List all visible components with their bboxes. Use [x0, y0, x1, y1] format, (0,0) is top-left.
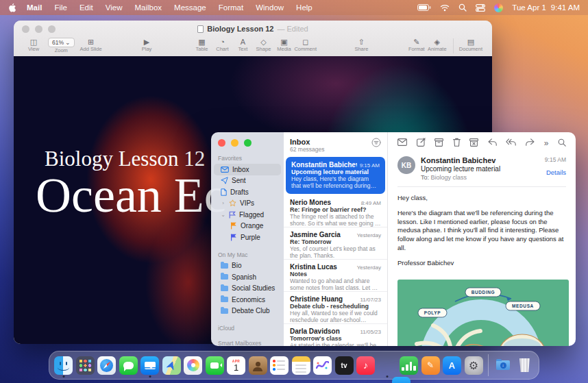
dock-appstore-icon[interactable]: A	[443, 356, 461, 375]
sidebar-item-vips[interactable]: › VIPs	[214, 198, 281, 210]
dock-facetime-icon[interactable]	[206, 356, 224, 375]
menu-view[interactable]: View	[99, 3, 129, 12]
chevron-down-icon[interactable]: ⌄	[221, 212, 225, 218]
wifi-icon[interactable]	[440, 4, 450, 12]
apple-menu-icon[interactable]	[8, 3, 16, 12]
dock-maps-icon[interactable]	[162, 356, 181, 375]
medusa-label: MEDUSA	[506, 301, 540, 310]
gear-glyph: ⚙	[469, 359, 478, 372]
media-button[interactable]: ▣Media	[273, 38, 294, 52]
dock-appletv-icon[interactable]: tv	[335, 356, 354, 375]
message-row[interactable]: Nerio Mones8:49 AM Re: Fringe or barrier…	[284, 195, 387, 227]
control-center-icon[interactable]	[476, 4, 485, 12]
message-header: KB Konstantin Babichev Upcoming lecture …	[388, 151, 576, 185]
add-slide-button[interactable]: ⊞Add Slide	[80, 38, 102, 52]
sidebar-item-inbox[interactable]: Inbox	[214, 164, 281, 175]
message-row[interactable]: Konstantin Babichev9:15 AM Upcoming lect…	[286, 157, 385, 194]
dock-safari-icon[interactable]	[97, 356, 116, 375]
dock-trash-icon[interactable]	[515, 356, 534, 375]
dock-mail-icon[interactable]	[140, 356, 159, 375]
zoom-button[interactable]	[244, 139, 252, 147]
sidebar-folder-bio[interactable]: Bio	[214, 260, 281, 272]
message-row[interactable]: Darla Davidson11/05/23 Tomorrow's class …	[284, 324, 387, 346]
sidebar-item-flagged[interactable]: ⌄ Flagged	[214, 209, 281, 221]
menu-help[interactable]: Help	[290, 3, 319, 12]
chevron-right-icon[interactable]: ›	[221, 200, 225, 206]
reply-all-icon[interactable]	[506, 138, 516, 147]
sidebar-item-drafts[interactable]: Drafts	[214, 186, 281, 198]
on-my-mac-header: On My Mac	[218, 251, 284, 258]
dock-calendar-icon[interactable]: APR1	[227, 356, 245, 375]
dock-settings-icon[interactable]: ⚙	[465, 356, 483, 375]
search-icon[interactable]	[558, 138, 566, 148]
comment-button[interactable]: ◻Comment	[294, 38, 317, 52]
share-button[interactable]: ⇧Share	[351, 38, 371, 52]
polyp-label: POLYP	[418, 308, 447, 317]
forward-icon[interactable]	[526, 138, 535, 147]
dock-reminders-icon[interactable]	[270, 356, 289, 375]
table-button[interactable]: ▦Table	[191, 38, 212, 52]
chart-button[interactable]: ◔Chart	[212, 38, 232, 52]
format-button[interactable]: ✎Format	[406, 38, 427, 52]
trash-icon[interactable]	[453, 138, 461, 148]
sidebar-folder-spanish[interactable]: Spanish	[214, 271, 281, 283]
dock-messages-icon[interactable]	[119, 356, 138, 375]
message-row[interactable]: Jasmine GarciaYesterday Re: Tomorrow Yes…	[284, 227, 387, 260]
text-button[interactable]: AText	[232, 38, 253, 52]
get-mail-icon[interactable]	[397, 138, 407, 147]
chart-icon: ◔	[220, 38, 225, 46]
archive-icon[interactable]	[434, 138, 443, 148]
sidebar-folder-debate-club[interactable]: Debate Club	[214, 306, 281, 317]
menu-file[interactable]: File	[48, 3, 73, 12]
dock-contacts-icon[interactable]	[249, 356, 267, 375]
more-icon[interactable]: »	[544, 140, 549, 147]
menu-mailbox[interactable]: Mailbox	[128, 3, 168, 12]
play-button[interactable]: ▶Play	[136, 38, 157, 52]
sidebar-folder-economics[interactable]: Economics	[214, 294, 281, 306]
zoom-value[interactable]: 61% ⌄	[48, 38, 75, 47]
document-button[interactable]: ▤Document	[459, 38, 482, 52]
sidebar-item-sent[interactable]: Sent	[214, 175, 281, 187]
dock-freeform-icon[interactable]	[313, 356, 332, 375]
dock-numbers-icon[interactable]	[400, 356, 418, 375]
sidebar-item-flag-purple[interactable]: Purple	[214, 232, 281, 243]
zoom-dropdown[interactable]: 61% ⌄Zoom	[48, 38, 75, 53]
close-button[interactable]	[218, 139, 225, 147]
message-row[interactable]: Christine Huang11/07/23 Debate club - re…	[284, 292, 387, 324]
reply-icon[interactable]	[488, 138, 497, 147]
shape-button[interactable]: ◇Shape	[253, 38, 273, 52]
menu-edit[interactable]: Edit	[73, 3, 99, 12]
minimize-button[interactable]	[231, 139, 238, 147]
dock-notes-icon[interactable]	[292, 356, 310, 375]
dock-photos-icon[interactable]	[184, 356, 202, 375]
document-panel-icon: ▤	[467, 38, 474, 46]
details-link[interactable]: Details	[545, 169, 566, 176]
filter-icon[interactable]	[371, 138, 381, 149]
dock-keynote-icon[interactable]	[392, 377, 411, 383]
message-detail-pane: » KB Konstantin Babichev Upcoming lectur…	[388, 132, 576, 346]
search-icon[interactable]	[458, 3, 467, 12]
animate-button[interactable]: ◈Animate	[427, 38, 448, 52]
user-avatar-icon[interactable]	[494, 3, 503, 12]
menu-message[interactable]: Message	[168, 3, 212, 12]
toolbar-separator	[453, 38, 454, 53]
menu-app-name[interactable]: Mail	[21, 3, 48, 12]
dock-music-icon[interactable]: ♪	[356, 356, 375, 375]
menu-window[interactable]: Window	[249, 3, 290, 12]
menu-format[interactable]: Format	[212, 3, 249, 12]
compose-icon[interactable]	[417, 138, 426, 148]
dock-pages-icon[interactable]: ✎	[421, 356, 440, 375]
dock-launchpad-icon[interactable]	[76, 356, 95, 375]
sidebar-item-flag-orange[interactable]: Orange	[214, 221, 281, 232]
dock-separator	[488, 354, 489, 376]
junk-icon[interactable]	[469, 138, 478, 148]
battery-icon[interactable]	[417, 4, 431, 11]
message-row[interactable]: Kristina LucasYesterday Notes Wanted to …	[284, 260, 387, 292]
view-button[interactable]: ◫View	[23, 38, 44, 52]
keynote-window-title: Biology Lesson 12 — Edited	[14, 21, 492, 37]
dock-finder-icon[interactable]	[54, 356, 73, 375]
sidebar-folder-social-studies[interactable]: Social Studies	[214, 283, 281, 295]
dock-downloads-icon[interactable]: ↓	[494, 356, 513, 375]
menubar-clock[interactable]: Tue Apr 1 9:41 AM	[512, 3, 580, 12]
message-count: 62 messages	[290, 146, 325, 153]
